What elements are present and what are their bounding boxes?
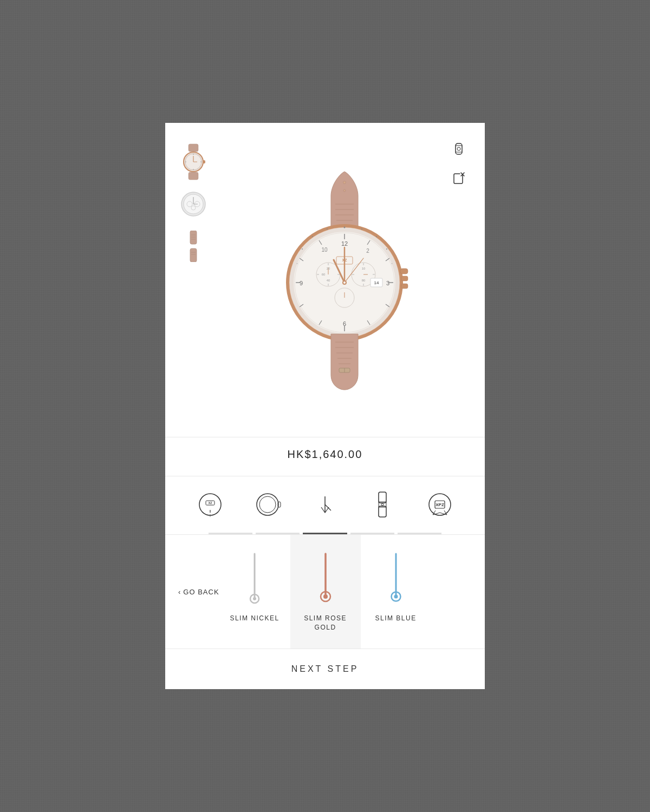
svg-point-129 xyxy=(381,503,384,506)
action-icons xyxy=(449,139,469,188)
svg-text:60: 60 xyxy=(322,273,326,276)
svg-text:12: 12 xyxy=(341,240,348,247)
svg-text:I: I xyxy=(210,514,211,518)
svg-text:10: 10 xyxy=(321,247,328,253)
svg-point-31 xyxy=(343,181,346,184)
thumbnail-column xyxy=(176,139,215,421)
thumbnail-full-watch[interactable] xyxy=(176,145,211,179)
svg-text:10: 10 xyxy=(362,267,366,270)
share-icon[interactable] xyxy=(449,168,469,188)
svg-point-52 xyxy=(312,236,313,237)
product-section: 14 XZ 12 3 6 9 2 10 20 40 60 10 80 xyxy=(165,123,485,437)
svg-point-115 xyxy=(457,147,460,150)
step-brand-icon[interactable]: XPZ xyxy=(424,488,456,521)
svg-rect-10 xyxy=(203,160,205,163)
svg-rect-102 xyxy=(400,269,408,274)
hand-option-slim-blue[interactable]: SLIM BLUE xyxy=(361,535,431,649)
hand-label-slim-rose-gold: SLIM ROSEGOLD xyxy=(304,614,347,632)
svg-point-37 xyxy=(361,228,362,230)
step-case-icon[interactable] xyxy=(251,488,284,521)
svg-text:2: 2 xyxy=(366,248,369,254)
hand-label-slim-nickel: SLIM NICKEL xyxy=(230,614,279,623)
svg-point-53 xyxy=(327,228,328,230)
svg-rect-104 xyxy=(401,284,408,289)
svg-point-38 xyxy=(376,236,377,237)
svg-point-32 xyxy=(343,189,346,192)
product-price: HK$1,640.00 xyxy=(288,448,363,460)
hand-image-slim-nickel xyxy=(246,551,263,605)
svg-text:6: 6 xyxy=(343,320,346,327)
svg-rect-20 xyxy=(190,248,197,262)
svg-point-36 xyxy=(344,227,346,228)
svg-text:9: 9 xyxy=(300,280,303,286)
svg-rect-0 xyxy=(188,144,198,152)
svg-text:14: 14 xyxy=(374,280,379,285)
svg-text:20: 20 xyxy=(327,267,330,270)
price-section: HK$1,640.00 xyxy=(165,437,485,476)
svg-rect-112 xyxy=(456,143,462,154)
svg-point-51 xyxy=(302,248,303,250)
product-card: 14 XZ 12 3 6 9 2 10 20 40 60 10 80 xyxy=(165,123,485,689)
svg-text:3: 3 xyxy=(386,280,389,286)
svg-rect-11 xyxy=(188,172,198,180)
svg-text:80: 80 xyxy=(362,279,366,282)
svg-text:XZ: XZ xyxy=(209,501,212,505)
svg-point-39 xyxy=(386,248,387,250)
watch-view-icon[interactable] xyxy=(449,139,469,159)
svg-rect-126 xyxy=(379,492,386,503)
hand-image-slim-rose-gold xyxy=(317,551,334,605)
hands-section: ‹ GO BACK SLIM NICKEL xyxy=(165,534,485,649)
go-back-chevron: ‹ xyxy=(178,588,181,596)
hand-label-slim-blue: SLIM BLUE xyxy=(375,614,416,623)
thumbnail-watch-face[interactable] xyxy=(176,187,211,221)
svg-point-101 xyxy=(343,281,346,284)
hand-option-slim-nickel[interactable]: SLIM NICKEL xyxy=(219,535,290,649)
step-strap-icon[interactable] xyxy=(366,488,399,521)
go-back-button[interactable]: ‹ GO BACK xyxy=(178,588,219,596)
svg-point-138 xyxy=(323,594,328,599)
main-watch-image: 14 XZ 12 3 6 9 2 10 20 40 60 10 80 xyxy=(215,139,474,421)
svg-rect-19 xyxy=(190,231,197,244)
svg-point-141 xyxy=(394,595,398,599)
step-face-icon[interactable]: XZ I xyxy=(194,488,226,521)
thumbnail-strap[interactable] xyxy=(176,229,211,264)
hand-image-slim-blue xyxy=(388,551,404,605)
customizer-icons-row: XZ I xyxy=(165,476,485,533)
go-back-label: GO BACK xyxy=(183,588,219,596)
next-step-section[interactable]: NEXT STEP xyxy=(165,649,485,689)
svg-point-121 xyxy=(257,494,278,515)
step-hands-icon[interactable] xyxy=(309,488,341,521)
hand-option-slim-rose-gold[interactable]: SLIM ROSEGOLD xyxy=(290,535,361,649)
svg-rect-103 xyxy=(401,276,408,281)
next-step-button[interactable]: NEXT STEP xyxy=(176,664,474,674)
svg-point-135 xyxy=(253,597,256,600)
svg-line-125 xyxy=(325,505,331,510)
svg-text:XPZ: XPZ xyxy=(435,502,444,507)
svg-rect-127 xyxy=(379,506,386,517)
svg-text:40: 40 xyxy=(327,279,330,282)
svg-point-122 xyxy=(259,496,276,513)
